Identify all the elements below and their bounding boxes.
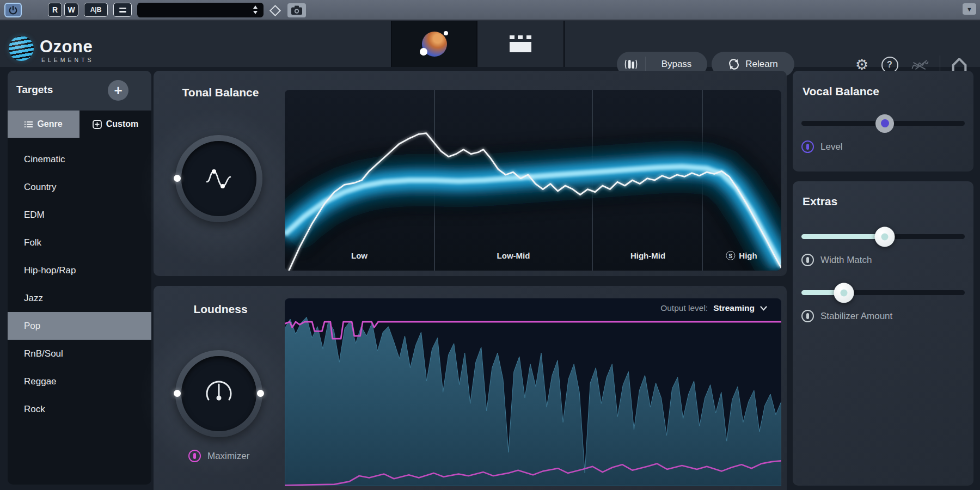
custom-tab-label: Custom [106, 119, 139, 129]
eq-curve-icon [204, 163, 234, 194]
relearn-refresh-icon [728, 58, 740, 70]
chevron-down-icon [760, 306, 767, 311]
brand-subtitle: ELEMENTS [41, 57, 94, 63]
add-custom-icon [93, 120, 102, 129]
extras-title: Extras [803, 195, 837, 208]
menu-icon [119, 8, 126, 13]
tab-signal-chain-view[interactable] [477, 21, 565, 67]
targets-title: Targets [16, 84, 53, 96]
knob-indicator-dot-left [174, 390, 181, 397]
ozone-elements-window: R W A|B ▼ Ozone ELEMENTS [0, 0, 980, 490]
brand-name: Ozone [40, 37, 93, 57]
teal-dot [881, 233, 889, 240]
genre-item-hip-hop-rap[interactable]: Hip-hop/Rap [8, 256, 151, 284]
knob-indicator-dot [174, 175, 181, 182]
relearn-label: Relearn [745, 59, 778, 70]
maximizer-module-row: Maximizer [188, 450, 249, 462]
add-target-button[interactable]: + [108, 80, 128, 101]
plugin-power-button[interactable] [4, 3, 22, 17]
loudness-title: Loudness [175, 303, 266, 316]
level-row: Level [801, 140, 843, 153]
step-up-icon [253, 5, 258, 9]
solo-badge-icon: S [726, 251, 735, 260]
tab-master-view[interactable] [391, 21, 477, 67]
stabilizer-slider[interactable] [801, 290, 965, 295]
width-match-slider[interactable] [801, 234, 965, 239]
equalizer-knob[interactable] [175, 135, 262, 222]
width-match-thumb[interactable] [875, 226, 895, 247]
tonal-balance-display: Low Low-Mid High-Mid S High [285, 90, 781, 271]
module-chain-icon [510, 35, 531, 52]
genre-item-jazz[interactable]: Jazz [8, 284, 151, 312]
maximizer-knob[interactable] [175, 350, 262, 437]
vocal-level-power-icon[interactable] [801, 140, 814, 153]
output-level-value: Streaming [713, 303, 755, 313]
window-menu-button[interactable]: ▼ [963, 3, 976, 15]
width-match-row: Width Match [801, 254, 872, 266]
region-label-low-mid: Low-Mid [497, 251, 530, 260]
level-label: Level [820, 142, 843, 152]
camera-icon [291, 5, 303, 15]
ab-compare-button[interactable]: A|B [84, 3, 108, 17]
snapshot-button[interactable] [287, 3, 306, 17]
tonal-balance-chart [285, 90, 781, 271]
vocal-balance-title: Vocal Balance [803, 85, 879, 98]
extras-card: Extras Width Match Stabilizer Amount [793, 181, 973, 486]
genre-item-pop[interactable]: Pop [8, 312, 151, 340]
vocal-level-slider[interactable] [801, 121, 965, 126]
width-match-label: Width Match [820, 255, 872, 266]
genre-item-folk[interactable]: Folk [8, 229, 151, 256]
diamond-icon[interactable] [270, 5, 281, 16]
targets-panel-header: Targets + [8, 71, 151, 111]
preset-selector[interactable] [137, 3, 264, 17]
tonal-balance-title: Tonal Balance [175, 86, 266, 99]
preset-menu-button[interactable] [113, 3, 132, 17]
tonal-balance-card: Tonal Balance Equalizer [154, 71, 787, 276]
width-match-power-icon[interactable] [801, 254, 814, 266]
stabilizer-row: Stabilizer Amount [801, 310, 892, 322]
loudness-display: Output level: Streaming [285, 298, 781, 486]
purple-dot [881, 119, 889, 127]
gauge-icon [203, 378, 235, 409]
master-orb-icon [422, 32, 447, 57]
maximizer-label: Maximizer [207, 451, 249, 462]
bypass-meter-icon [617, 58, 645, 71]
stabilizer-power-icon[interactable] [801, 310, 814, 322]
step-down-icon [253, 11, 258, 14]
region-label-low: Low [351, 251, 367, 260]
preset-stepper[interactable] [253, 5, 258, 14]
maximizer-power-icon[interactable] [188, 450, 201, 462]
stabilizer-thumb[interactable] [834, 283, 854, 303]
bypass-label: Bypass [646, 59, 707, 70]
plugin-header: Ozone ELEMENTS Bypass [0, 21, 980, 67]
region-label-high-mid: High-Mid [630, 251, 665, 260]
ozone-logo-icon [9, 36, 34, 61]
output-level-dropdown[interactable]: Output level: Streaming [660, 303, 767, 313]
power-icon [8, 5, 18, 15]
read-automation-button[interactable]: R [48, 3, 62, 17]
vocal-balance-card: Vocal Balance Level [793, 71, 973, 171]
list-icon [24, 121, 33, 128]
knob-indicator-dot-right [257, 390, 264, 397]
write-automation-button[interactable]: W [64, 3, 78, 17]
genre-tab-label: Genre [37, 119, 62, 129]
output-level-label: Output level: [660, 303, 708, 313]
host-toolbar: R W A|B ▼ [0, 0, 980, 21]
teal-dot [841, 289, 848, 296]
stabilizer-label: Stabilizer Amount [820, 311, 892, 322]
tab-genre[interactable]: Genre [8, 111, 79, 138]
loudness-card: Loudness Maximizer Output level: [154, 286, 787, 490]
vocal-level-thumb[interactable] [875, 114, 894, 133]
loudness-chart [285, 298, 781, 486]
region-label-high: S High [726, 251, 757, 260]
slider-fill [801, 234, 885, 239]
